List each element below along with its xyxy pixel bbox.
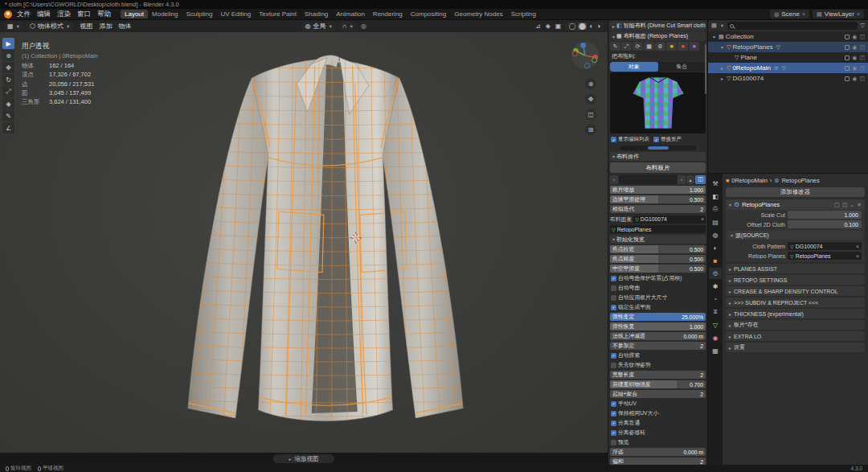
search-input[interactable] bbox=[727, 22, 858, 30]
checkbox-icon[interactable]: ✓ bbox=[611, 353, 616, 359]
settings-icon[interactable]: ⚙ bbox=[655, 42, 665, 51]
outliner-mode-icon[interactable]: ▤ bbox=[711, 23, 717, 29]
npanel-slider-2[interactable]: 相似迭代2 bbox=[610, 205, 706, 213]
menubar-menu-0[interactable]: 文件 bbox=[14, 10, 34, 18]
preset-next-button[interactable]: › bbox=[678, 175, 686, 184]
object-field[interactable]: ▽DG100074× bbox=[788, 242, 862, 250]
camera-view-icon[interactable]: ◫ bbox=[585, 109, 596, 120]
workspace-tab-3[interactable]: UV Editing bbox=[216, 10, 255, 18]
expand-icon[interactable]: ▸ bbox=[719, 65, 725, 71]
display-render-icon[interactable]: ◫ bbox=[842, 202, 848, 208]
measure-tool[interactable]: ∠ bbox=[2, 122, 14, 133]
clear-icon[interactable]: × bbox=[856, 253, 859, 259]
preset-menu[interactable] bbox=[619, 175, 677, 184]
preset-prev-button[interactable]: ‹ bbox=[610, 175, 618, 184]
checkbox-icon[interactable]: ✓ bbox=[653, 137, 659, 142]
disable-render-icon[interactable]: ◫ bbox=[859, 55, 865, 61]
checkbox-icon[interactable] bbox=[611, 295, 616, 301]
outliner-row-1[interactable]: ▾▽RetopoPlanes▽◉◫ bbox=[708, 42, 868, 52]
npanel-tab-0[interactable]: 对象 bbox=[610, 62, 658, 72]
transform-tool[interactable]: ◈ bbox=[2, 98, 14, 109]
npanel-slider-14[interactable]: 弹性恢复1.000 bbox=[610, 322, 706, 330]
properties-tab-physics[interactable]: ◔ bbox=[709, 293, 722, 305]
checkbox-icon[interactable] bbox=[611, 363, 616, 368]
npanel-option-1[interactable]: ✓替换资产 bbox=[653, 136, 682, 143]
npanel-slider-27[interactable]: 浮远0.000 m bbox=[610, 448, 706, 456]
workspace-tab-2[interactable]: Sculpting bbox=[182, 10, 217, 18]
preset-apply-button[interactable]: ◫ bbox=[695, 175, 706, 184]
object-field[interactable]: ▽DG100074× bbox=[633, 215, 706, 224]
snap-selector[interactable]: ∩ ▼ bbox=[339, 22, 357, 31]
workspace-tab-7[interactable]: Rendering bbox=[369, 10, 407, 18]
workspace-tab-6[interactable]: Animation bbox=[332, 10, 369, 18]
viewport-material-icon[interactable]: ◐ bbox=[588, 23, 594, 30]
npanel-check-11[interactable]: 自动应用板片大尺寸 bbox=[610, 293, 706, 302]
disable-render-icon[interactable]: ◫ bbox=[859, 44, 865, 51]
cloth-panel-button[interactable]: 布料板片 bbox=[610, 162, 706, 173]
exclude-checkbox-icon[interactable] bbox=[845, 55, 850, 60]
properties-tab-object[interactable]: ■ bbox=[709, 255, 722, 266]
proportional-editing-icon[interactable]: ◎ bbox=[360, 23, 367, 30]
npanel-check-26[interactable]: 预览 bbox=[610, 438, 706, 446]
properties-subpanel-6[interactable]: ▸EXTRA LO bbox=[726, 331, 865, 341]
checkbox-icon[interactable]: ✓ bbox=[611, 421, 616, 426]
npanel-option-0[interactable]: ✓显示编辑列表 bbox=[611, 136, 649, 143]
properties-tab-world[interactable]: ◐ bbox=[709, 242, 722, 253]
expand-icon[interactable]: ▾ bbox=[719, 44, 725, 50]
extras-menu-icon[interactable]: ⌄ bbox=[850, 202, 854, 208]
viewport-3d[interactable]: ▦ ▼ ⬡ 物体模式 ▼ 视图添加物体 ◍ 全局 ▼ ∩ ▼ ◎ ⊿ ◈ bbox=[0, 20, 608, 465]
checkbox-icon[interactable]: ✓ bbox=[611, 137, 616, 142]
jacket-mesh-object[interactable] bbox=[113, 33, 538, 459]
hide-eye-icon[interactable]: ◉ bbox=[852, 55, 857, 61]
workspace-tab-10[interactable]: Scripting bbox=[507, 10, 540, 18]
npanel-slider-8[interactable]: 中空平滑度0.500 bbox=[610, 265, 706, 273]
viewport-menu-2[interactable]: 物体 bbox=[115, 22, 134, 31]
npanel-check-25[interactable]: ✓分离姿移转 bbox=[610, 429, 706, 437]
clear-icon[interactable]: × bbox=[701, 216, 704, 222]
show-gizmo-icon[interactable]: ⊿ bbox=[534, 23, 542, 30]
npanel-slider-7[interactable]: 焦点精度0.500 bbox=[610, 255, 706, 263]
display-viewport-icon[interactable]: ▢ bbox=[834, 202, 840, 208]
expand-icon[interactable]: ▾ bbox=[711, 34, 717, 39]
disable-render-icon[interactable]: ◫ bbox=[859, 34, 865, 40]
properties-subpanel-7[interactable]: ▸设置 bbox=[726, 343, 865, 352]
menubar-menu-3[interactable]: 窗口 bbox=[74, 10, 94, 18]
navigation-gizmo[interactable] bbox=[571, 41, 600, 70]
add-modifier-button[interactable]: 添加修改器 bbox=[726, 187, 865, 197]
npanel-slider-6[interactable]: 焦点拉近0.500 bbox=[610, 245, 706, 253]
workspace-tab-1[interactable]: Modeling bbox=[148, 10, 182, 18]
viewport-rendered-icon[interactable]: ◑ bbox=[596, 23, 601, 30]
overlays-icon[interactable]: ◈ bbox=[545, 23, 551, 30]
npanel-slider-16[interactable]: 不参加定2 bbox=[610, 342, 706, 350]
swatch-yellow-icon[interactable]: ■ bbox=[666, 42, 677, 51]
disable-render-icon[interactable]: ◫ bbox=[859, 76, 865, 82]
properties-subpanel-4[interactable]: ▸THICKNESS (experimental) bbox=[726, 309, 865, 318]
properties-tab-output[interactable]: ⎙ bbox=[709, 203, 722, 215]
menubar-menu-4[interactable]: 帮助 bbox=[94, 10, 114, 18]
move-tool[interactable]: ✥ bbox=[2, 62, 14, 73]
checkbox-icon[interactable]: ✓ bbox=[611, 430, 616, 436]
properties-tab-view-layer[interactable]: ▤ bbox=[709, 216, 722, 228]
modifier-prop-value-0[interactable]: 1.000 bbox=[788, 211, 862, 219]
workspace-tab-8[interactable]: Compositing bbox=[407, 10, 450, 18]
outliner-row-0[interactable]: ▾▤Collection◉◫ bbox=[708, 31, 868, 42]
checkbox-icon[interactable] bbox=[611, 285, 616, 291]
adjust-last-operation[interactable]: ▸ 缩放视图 bbox=[273, 454, 335, 463]
swatch-red-icon[interactable]: ■ bbox=[678, 42, 688, 51]
checkbox-icon[interactable]: ✓ bbox=[611, 401, 616, 407]
outliner-row-3[interactable]: ▸▽0RetopoMain⚙▽◉◫ bbox=[708, 63, 868, 73]
properties-tab-render[interactable]: ◧ bbox=[709, 191, 722, 202]
hide-eye-icon[interactable]: ◉ bbox=[852, 34, 857, 40]
ortho-toggle-icon[interactable]: ⊞ bbox=[585, 124, 596, 135]
exclude-checkbox-icon[interactable] bbox=[845, 35, 850, 39]
clear-icon[interactable]: × bbox=[857, 11, 860, 17]
properties-subpanel-1[interactable]: ▸RETOPO SETTINGS bbox=[726, 275, 865, 285]
hide-eye-icon[interactable]: ◉ bbox=[852, 76, 857, 82]
transform-orientation-selector[interactable]: ◍ 全局 ▼ bbox=[301, 22, 335, 31]
menubar-menu-1[interactable]: 编辑 bbox=[34, 10, 54, 18]
edit-icon[interactable]: ✎ bbox=[610, 42, 620, 51]
npanel-slider-19[interactable]: 完整长度2 bbox=[610, 371, 706, 379]
npanel-field-4[interactable]: ▽RetopoPlanes bbox=[610, 225, 706, 233]
workspace-tab-4[interactable]: Texture Paint bbox=[255, 10, 301, 18]
filter-icon[interactable]: ▽ bbox=[861, 23, 865, 29]
